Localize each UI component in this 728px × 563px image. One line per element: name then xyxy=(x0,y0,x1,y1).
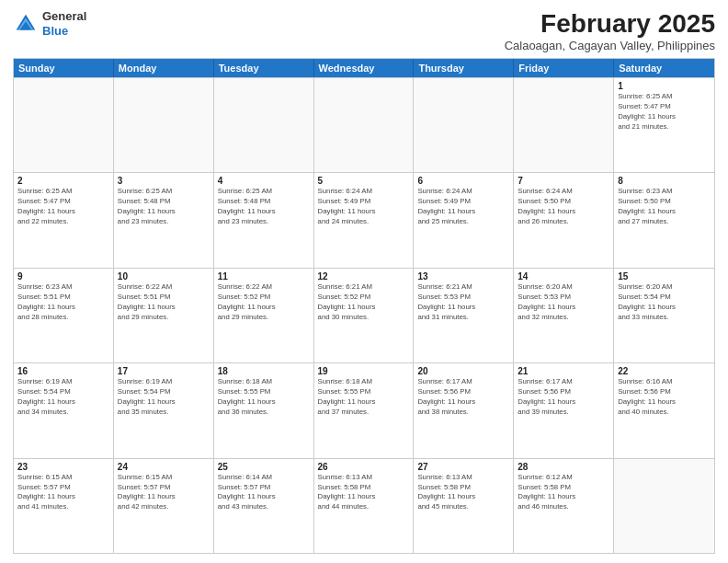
calendar-row: 16Sunrise: 6:19 AM Sunset: 5:54 PM Dayli… xyxy=(14,362,714,457)
calendar-cell xyxy=(214,78,314,172)
calendar-body: 1Sunrise: 6:25 AM Sunset: 5:47 PM Daylig… xyxy=(14,77,714,553)
day-number: 25 xyxy=(218,462,310,472)
day-number: 13 xyxy=(417,271,509,282)
day-number: 15 xyxy=(618,271,711,282)
day-info: Sunrise: 6:22 AM Sunset: 5:52 PM Dayligh… xyxy=(218,282,310,323)
day-number: 24 xyxy=(118,462,210,472)
day-info: Sunrise: 6:24 AM Sunset: 5:50 PM Dayligh… xyxy=(518,187,609,227)
calendar-cell: 20Sunrise: 6:17 AM Sunset: 5:56 PM Dayli… xyxy=(414,363,514,457)
day-info: Sunrise: 6:25 AM Sunset: 5:48 PM Dayligh… xyxy=(118,187,210,227)
day-info: Sunrise: 6:18 AM Sunset: 5:55 PM Dayligh… xyxy=(218,377,310,418)
day-info: Sunrise: 6:13 AM Sunset: 5:58 PM Dayligh… xyxy=(318,473,410,513)
calendar-cell: 19Sunrise: 6:18 AM Sunset: 5:55 PM Dayli… xyxy=(314,363,415,457)
day-number: 26 xyxy=(318,462,410,472)
day-info: Sunrise: 6:21 AM Sunset: 5:53 PM Dayligh… xyxy=(417,282,509,323)
day-info: Sunrise: 6:19 AM Sunset: 5:54 PM Dayligh… xyxy=(17,377,109,418)
calendar-header: SundayMondayTuesdayWednesdayThursdayFrid… xyxy=(14,59,714,77)
calendar-cell: 22Sunrise: 6:16 AM Sunset: 5:56 PM Dayli… xyxy=(614,363,714,457)
calendar-cell xyxy=(114,78,214,172)
calendar-cell: 17Sunrise: 6:19 AM Sunset: 5:54 PM Dayli… xyxy=(114,363,214,457)
calendar-cell: 24Sunrise: 6:15 AM Sunset: 5:57 PM Dayli… xyxy=(114,459,214,553)
day-info: Sunrise: 6:17 AM Sunset: 5:56 PM Dayligh… xyxy=(417,377,509,418)
day-info: Sunrise: 6:18 AM Sunset: 5:55 PM Dayligh… xyxy=(318,377,410,418)
day-info: Sunrise: 6:25 AM Sunset: 5:48 PM Dayligh… xyxy=(218,187,310,227)
day-info: Sunrise: 6:24 AM Sunset: 5:49 PM Dayligh… xyxy=(318,187,410,227)
calendar-cell: 5Sunrise: 6:24 AM Sunset: 5:49 PM Daylig… xyxy=(314,173,415,267)
weekday-header: Sunday xyxy=(14,59,114,77)
day-info: Sunrise: 6:15 AM Sunset: 5:57 PM Dayligh… xyxy=(17,473,109,513)
day-info: Sunrise: 6:20 AM Sunset: 5:53 PM Dayligh… xyxy=(518,282,609,323)
day-number: 17 xyxy=(118,366,210,376)
day-info: Sunrise: 6:19 AM Sunset: 5:54 PM Dayligh… xyxy=(118,377,210,418)
day-number: 20 xyxy=(417,366,509,376)
day-info: Sunrise: 6:22 AM Sunset: 5:51 PM Dayligh… xyxy=(118,282,210,323)
calendar-cell: 3Sunrise: 6:25 AM Sunset: 5:48 PM Daylig… xyxy=(114,173,214,267)
calendar-cell: 1Sunrise: 6:25 AM Sunset: 5:47 PM Daylig… xyxy=(614,78,714,172)
day-info: Sunrise: 6:25 AM Sunset: 5:47 PM Dayligh… xyxy=(17,187,109,227)
calendar-cell: 16Sunrise: 6:19 AM Sunset: 5:54 PM Dayli… xyxy=(14,363,114,457)
calendar-row: 23Sunrise: 6:15 AM Sunset: 5:57 PM Dayli… xyxy=(14,458,714,553)
weekday-header: Monday xyxy=(114,59,214,77)
calendar-cell: 27Sunrise: 6:13 AM Sunset: 5:58 PM Dayli… xyxy=(414,459,514,553)
calendar-cell: 23Sunrise: 6:15 AM Sunset: 5:57 PM Dayli… xyxy=(14,459,114,553)
calendar-cell: 15Sunrise: 6:20 AM Sunset: 5:54 PM Dayli… xyxy=(614,269,714,362)
day-number: 23 xyxy=(17,462,109,472)
day-number: 12 xyxy=(318,271,410,282)
day-number: 5 xyxy=(318,176,410,186)
day-number: 14 xyxy=(518,271,609,282)
day-number: 4 xyxy=(218,176,310,186)
day-number: 8 xyxy=(618,176,711,186)
weekday-header: Saturday xyxy=(614,59,714,77)
day-number: 1 xyxy=(618,81,711,91)
day-number: 10 xyxy=(118,271,210,282)
calendar-row: 1Sunrise: 6:25 AM Sunset: 5:47 PM Daylig… xyxy=(14,77,714,172)
weekday-header: Friday xyxy=(514,59,614,77)
calendar-cell: 21Sunrise: 6:17 AM Sunset: 5:56 PM Dayli… xyxy=(514,363,614,457)
day-number: 3 xyxy=(118,176,210,186)
title-block: February 2025 Calaoagan, Cagayan Valley,… xyxy=(505,9,715,52)
weekday-header: Tuesday xyxy=(214,59,314,77)
calendar-cell: 8Sunrise: 6:23 AM Sunset: 5:50 PM Daylig… xyxy=(614,173,714,267)
calendar-cell: 18Sunrise: 6:18 AM Sunset: 5:55 PM Dayli… xyxy=(214,363,314,457)
calendar-cell: 7Sunrise: 6:24 AM Sunset: 5:50 PM Daylig… xyxy=(514,173,614,267)
day-number: 28 xyxy=(518,462,609,472)
calendar-row: 9Sunrise: 6:23 AM Sunset: 5:51 PM Daylig… xyxy=(14,268,714,362)
day-number: 27 xyxy=(417,462,509,472)
day-number: 18 xyxy=(218,366,310,376)
calendar-row: 2Sunrise: 6:25 AM Sunset: 5:47 PM Daylig… xyxy=(14,172,714,267)
calendar-cell xyxy=(414,78,514,172)
calendar-cell: 28Sunrise: 6:12 AM Sunset: 5:58 PM Dayli… xyxy=(514,459,614,553)
calendar-cell xyxy=(514,78,614,172)
day-info: Sunrise: 6:14 AM Sunset: 5:57 PM Dayligh… xyxy=(218,473,310,513)
day-info: Sunrise: 6:12 AM Sunset: 5:58 PM Dayligh… xyxy=(518,473,609,513)
day-number: 7 xyxy=(518,176,609,186)
calendar-cell: 14Sunrise: 6:20 AM Sunset: 5:53 PM Dayli… xyxy=(514,269,614,362)
calendar-cell xyxy=(614,459,714,553)
weekday-header: Thursday xyxy=(414,59,514,77)
header: General Blue February 2025 Calaoagan, Ca… xyxy=(13,9,715,52)
page: General Blue February 2025 Calaoagan, Ca… xyxy=(0,0,728,563)
calendar-cell: 10Sunrise: 6:22 AM Sunset: 5:51 PM Dayli… xyxy=(114,269,214,362)
day-info: Sunrise: 6:23 AM Sunset: 5:51 PM Dayligh… xyxy=(17,282,109,323)
day-number: 21 xyxy=(518,366,609,376)
day-info: Sunrise: 6:23 AM Sunset: 5:50 PM Dayligh… xyxy=(618,187,711,227)
day-number: 9 xyxy=(17,271,109,282)
day-info: Sunrise: 6:21 AM Sunset: 5:52 PM Dayligh… xyxy=(318,282,410,323)
calendar-cell: 12Sunrise: 6:21 AM Sunset: 5:52 PM Dayli… xyxy=(314,269,415,362)
day-number: 22 xyxy=(618,366,711,376)
month-title: February 2025 xyxy=(505,9,715,39)
calendar-cell: 26Sunrise: 6:13 AM Sunset: 5:58 PM Dayli… xyxy=(314,459,415,553)
day-info: Sunrise: 6:15 AM Sunset: 5:57 PM Dayligh… xyxy=(118,473,210,513)
location: Calaoagan, Cagayan Valley, Philippines xyxy=(505,39,715,52)
calendar-cell: 2Sunrise: 6:25 AM Sunset: 5:47 PM Daylig… xyxy=(14,173,114,267)
day-info: Sunrise: 6:16 AM Sunset: 5:56 PM Dayligh… xyxy=(618,377,711,418)
calendar-cell: 11Sunrise: 6:22 AM Sunset: 5:52 PM Dayli… xyxy=(214,269,314,362)
calendar-cell: 6Sunrise: 6:24 AM Sunset: 5:49 PM Daylig… xyxy=(414,173,514,267)
calendar: SundayMondayTuesdayWednesdayThursdayFrid… xyxy=(13,58,715,554)
day-number: 19 xyxy=(318,366,410,376)
day-info: Sunrise: 6:24 AM Sunset: 5:49 PM Dayligh… xyxy=(417,187,509,227)
day-number: 6 xyxy=(417,176,509,186)
day-info: Sunrise: 6:13 AM Sunset: 5:58 PM Dayligh… xyxy=(417,473,509,513)
logo-icon xyxy=(13,11,39,37)
calendar-cell xyxy=(14,78,114,172)
